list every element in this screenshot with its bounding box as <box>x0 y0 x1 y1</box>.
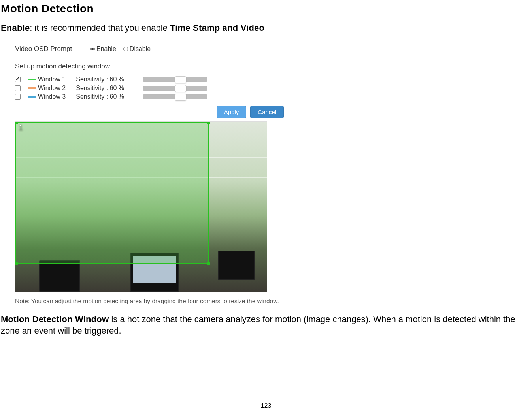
window3-color-swatch <box>28 96 36 98</box>
setup-window-label: Set up motion detecting window <box>15 62 358 70</box>
window2-sensitivity-label: Sensitivity : 60 % <box>76 85 124 91</box>
resize-handle-bottom-right[interactable] <box>207 262 210 265</box>
timestamp-video-bold: Time Stamp and Video <box>170 23 264 33</box>
resize-handle-bottom-left[interactable] <box>15 262 18 265</box>
resize-handle-top-left[interactable] <box>15 121 18 124</box>
enable-recommendation-text: Enable: it is recommended that you enabl… <box>1 22 532 34</box>
window1-color-swatch <box>28 79 36 80</box>
video-osd-row: Video OSD Prompt Enable Disable <box>15 45 358 53</box>
window3-checkbox[interactable] <box>15 94 21 100</box>
window1-sensitivity-slider[interactable] <box>143 77 207 82</box>
window3-sensitivity-slider[interactable] <box>143 94 207 99</box>
slider-knob-icon <box>175 94 186 101</box>
settings-screenshot: Video OSD Prompt Enable Disable Set up m… <box>0 40 366 309</box>
cancel-button[interactable]: Cancel <box>250 106 284 118</box>
resize-note: Note: You can adjust the motion detectin… <box>15 298 358 305</box>
window1-checkbox[interactable] <box>15 77 21 82</box>
window2-name: Window 2 <box>38 85 66 91</box>
camera-preview[interactable]: 1 <box>15 121 267 292</box>
motion-window-explain: Motion Detection Window is a hot zone th… <box>1 313 532 337</box>
windows-table: Window 1 Sensitivity : 60 % Window 2 Sen… <box>15 75 210 101</box>
slider-knob-icon <box>175 85 186 92</box>
detection-region-overlay[interactable] <box>15 122 209 264</box>
page-heading: Motion Detection <box>1 2 532 15</box>
enable-bold: Enable <box>1 23 30 33</box>
radio-dot-icon <box>90 47 95 51</box>
video-osd-label: Video OSD Prompt <box>15 45 90 53</box>
table-row: Window 2 Sensitivity : 60 % <box>15 84 210 92</box>
enable-text: : it is recommended that you enable <box>30 23 170 33</box>
window2-sensitivity-slider[interactable] <box>143 86 207 91</box>
osd-disable-radio[interactable]: Disable <box>123 45 151 53</box>
apply-button[interactable]: Apply <box>217 106 247 118</box>
window1-name: Window 1 <box>38 76 66 83</box>
osd-radio-group: Enable Disable <box>90 45 151 53</box>
radio-dot-icon <box>123 47 128 51</box>
window2-color-swatch <box>28 87 36 89</box>
window2-checkbox[interactable] <box>15 85 21 91</box>
button-row: Apply Cancel <box>15 106 284 118</box>
resize-handle-top-right[interactable] <box>207 121 210 124</box>
window3-name: Window 3 <box>38 93 66 100</box>
detection-region-number: 1 <box>19 123 23 132</box>
osd-disable-label: Disable <box>130 45 151 53</box>
table-row: Window 3 Sensitivity : 60 % <box>15 92 210 101</box>
osd-enable-label: Enable <box>96 45 116 53</box>
window3-sensitivity-label: Sensitivity : 60 % <box>76 93 124 100</box>
motion-window-bold: Motion Detection Window <box>1 314 109 324</box>
window1-sensitivity-label: Sensitivity : 60 % <box>76 76 124 83</box>
osd-enable-radio[interactable]: Enable <box>90 45 116 53</box>
table-row: Window 1 Sensitivity : 60 % <box>15 75 210 84</box>
slider-knob-icon <box>175 76 186 83</box>
page-number: 123 <box>0 402 532 409</box>
